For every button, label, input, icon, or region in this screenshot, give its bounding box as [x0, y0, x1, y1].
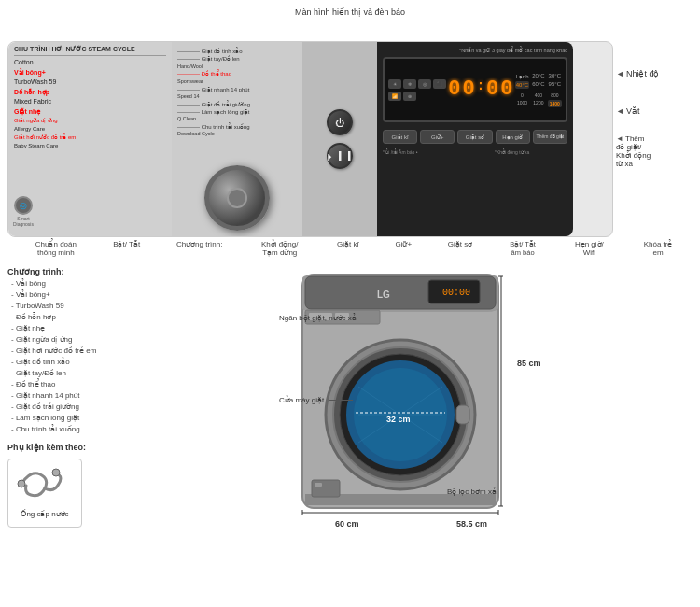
svg-point-1: [52, 469, 60, 476]
machine-image-area: 00:00 LG: [164, 265, 693, 545]
giu-plus-button[interactable]: Giữ+: [420, 130, 455, 144]
label-chuong-trinh: Chương trình:: [176, 240, 223, 257]
temp-spin-section: Lạnh 20°C 30°C 40°C 60°C 95°C 0: [515, 73, 562, 107]
program-list: Cotton Vải bông+ TurboWash 59 Đồ hỗn hợp…: [14, 58, 166, 150]
svg-text:00:00: 00:00: [442, 288, 470, 298]
svg-point-0: [18, 480, 25, 487]
accessory-section: Phụ kiện kèm theo: Ống cấp nước: [7, 441, 157, 528]
nhiet-do-annotation: ◄ Nhiệt độ: [616, 69, 693, 78]
giat-ki-button[interactable]: Giặt kĩ: [383, 130, 417, 144]
svg-rect-16: [456, 405, 469, 424]
label-bat-tat-am: Bật/ Tắt âm báo: [509, 240, 537, 257]
panel-note-row: */ủi /tải Âm báo • *Khởi động từ xa: [383, 149, 567, 155]
label-khoa-tre-em: Khóa trẻ em: [642, 240, 675, 257]
main-container: Màn hình hiển thị và đèn báo CHU TRÌNH H…: [0, 0, 700, 607]
display-screen: ☀ ❄ ◎ ⬛ 📶 ⊕ 0 0 :: [383, 57, 567, 122]
smart-diagnosis: ◎ SmartDiagnosis: [13, 196, 34, 227]
vat-annotation: ◄ Vắt: [616, 106, 693, 116]
them-do-button[interactable]: Thêm đồ giặt: [533, 130, 567, 144]
right-annotations: ◄ Nhiệt độ ◄ Vắt ◄ Thêmđồ giặt/Khởi động…: [616, 41, 693, 168]
spin-section: 0 400 800 1000 1200 1400: [515, 92, 562, 107]
label-hen-gio: Hẹn giờ/ Wifi: [573, 240, 606, 257]
panel-bottom-buttons: Giặt kĩ Giữ+ Giặt sơ Hẹn giờ Thêm đồ giặ…: [383, 130, 567, 144]
label-giat-so: Giặt sơ: [448, 240, 472, 257]
label-giu-plus: Giữ+: [395, 240, 412, 257]
label-chuan-doan: Chuẩn đoán thông minh: [35, 240, 77, 257]
power-button[interactable]: ⏻: [327, 109, 353, 135]
bottom-section: Chương trình: - Vải bông - Vải bông+ - T…: [7, 265, 693, 545]
dim-85cm: 85 cm: [517, 359, 541, 368]
panel-center: ———— Giặt đồ tinh xảo ———— Giặt tay/Đồ l…: [172, 42, 302, 236]
display-panel: *Nhấn và giữ 3 giây để mở các tính năng …: [377, 42, 573, 236]
programs-block: Chương trình: - Vải bông - Vải bông+ - T…: [7, 265, 157, 435]
display-icons-left: ☀ ❄ ◎ ⬛ 📶 ⊕: [388, 79, 446, 101]
hen-gio-button[interactable]: Hẹn giờ: [496, 130, 530, 144]
accessory-box: Ống cấp nước: [7, 459, 82, 528]
bo-loc-annotation: Bộ lọc bơm xả: [447, 487, 497, 496]
svg-rect-21: [315, 483, 322, 487]
cua-may-annotation: Cửa máy giặt: [279, 396, 353, 404]
svg-text:32 cm: 32 cm: [386, 415, 411, 424]
dim-585cm: 58.5 cm: [456, 519, 487, 529]
below-panel-labels: Chuẩn đoán thông minh Bật/ Tắt Chương tr…: [7, 237, 693, 260]
machine-diagram: 00:00 LG: [279, 265, 578, 545]
panel-left: CHU TRÌNH HƠI NƯỚC STEAM CYCLE Cotton Vả…: [8, 42, 172, 236]
top-center-annotation: Màn hình hiển thị và đèn báo: [295, 7, 405, 17]
play-pause-button[interactable]: ⏵❙❙: [327, 143, 353, 169]
display-note: *Nhấn và giữ 3 giây để mở các tính năng …: [383, 48, 567, 53]
svg-rect-20: [312, 480, 340, 497]
ngan-bot-annotation: Ngăn bột giặt, nước xả: [279, 314, 390, 322]
right-programs: ———— Giặt đồ tinh xảo ———— Giặt tay/Đồ l…: [177, 48, 297, 138]
machine-svg: 00:00 LG: [298, 265, 503, 517]
program-dial[interactable]: [204, 165, 270, 231]
label-giat-ki: Giặt kĩ: [337, 240, 359, 257]
label-khoi-dong: Khởi động/ Tạm dừng: [259, 240, 301, 257]
temp-section: Lạnh 20°C 30°C 40°C 60°C 95°C: [515, 73, 562, 89]
seven-segment-display: 0 0 : 0 0: [448, 79, 512, 100]
panel-title: CHU TRÌNH HƠI NƯỚC STEAM CYCLE: [14, 46, 166, 56]
dim-60cm: 60 cm: [335, 519, 359, 529]
khoa-note: *Khởi động từ xa: [495, 149, 567, 155]
svg-text:LG: LG: [377, 289, 390, 300]
programs-annotation-list: - Vải bông - Vải bông+ - TurboWash 59 - …: [7, 278, 157, 435]
control-buttons: ⏻ ⏵❙❙: [302, 42, 377, 236]
left-annotations: Chương trình: - Vải bông - Vải bông+ - T…: [7, 265, 157, 545]
giat-so-button[interactable]: Giặt sơ: [457, 130, 492, 144]
control-panel: CHU TRÌNH HƠI NƯỚC STEAM CYCLE Cotton Vả…: [7, 41, 613, 237]
wifi-note: */ủi /tải Âm báo •: [383, 149, 492, 155]
label-bat-tat: Bật/ Tắt: [113, 240, 140, 257]
them-do-annotation: ◄ Thêmđồ giặt/Khởi độngtừ xa: [616, 134, 693, 168]
accessory-label: Ống cấp nước: [14, 509, 76, 521]
hose-icon: [17, 465, 73, 502]
